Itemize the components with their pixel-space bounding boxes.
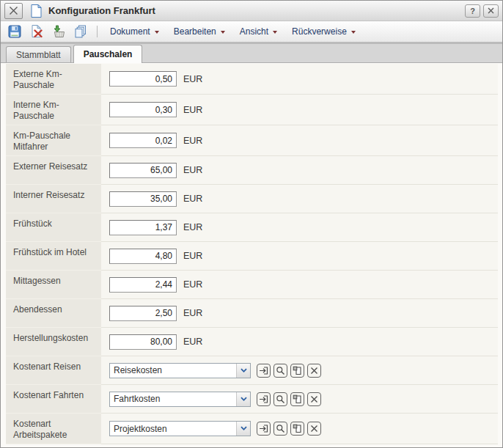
basket-archive-icon: [51, 24, 66, 39]
clear-icon: [309, 365, 320, 376]
field-label: Interne Km-Pauschale: [6, 95, 101, 125]
titlebar: Konfiguration Frankfurt ?: [1, 1, 502, 21]
amount-input[interactable]: [109, 191, 177, 207]
goto-button[interactable]: [257, 364, 271, 378]
close-icon: [487, 7, 495, 15]
goto-button[interactable]: [257, 422, 271, 436]
field-label: Km-Pauschale Mitfahrer: [6, 125, 101, 156]
menu-bearbeiten[interactable]: Bearbeiten: [166, 23, 232, 40]
search-button[interactable]: [273, 392, 287, 406]
menu-dokument[interactable]: Dokument: [103, 23, 166, 40]
amount-input[interactable]: [109, 306, 177, 321]
currency-label: EUR: [183, 222, 202, 232]
search-icon: [275, 423, 286, 434]
field-area: EUR: [101, 125, 498, 156]
form-row: Abendessen EUR: [6, 299, 498, 328]
form-row: Interner Reisesatz EUR: [6, 185, 498, 213]
close-window-button[interactable]: [4, 3, 23, 19]
amount-input[interactable]: [109, 277, 177, 293]
menu-label: Rückverweise: [292, 26, 347, 37]
lookup-select[interactable]: Fahrtkosten: [109, 392, 251, 407]
amount-input[interactable]: [109, 334, 177, 350]
goto-icon: [258, 394, 269, 405]
paste-button[interactable]: [290, 422, 304, 436]
form-row: Frühstück EUR: [6, 213, 498, 242]
tab-pauschalen[interactable]: Pauschalen: [73, 45, 143, 63]
field-area: EUR: [101, 64, 498, 95]
dropdown-button[interactable]: [236, 392, 250, 406]
tab-label: Pauschalen: [84, 49, 133, 59]
field-label: Externer Reisesatz: [6, 156, 101, 185]
chevron-down-icon: [241, 426, 247, 431]
dropdown-button[interactable]: [236, 364, 250, 378]
lookup-select[interactable]: Projektkosten: [109, 421, 251, 436]
amount-input[interactable]: [109, 163, 177, 178]
form-row: Frühstück im Hotel EUR: [6, 242, 498, 271]
basket-archive-button[interactable]: [50, 23, 67, 40]
delete-document-button[interactable]: [28, 23, 45, 40]
menubar: Dokument Bearbeiten Ansicht Rückverweise: [103, 23, 363, 40]
form-row: Externe Km-Pauschale EUR: [6, 64, 498, 95]
menu-label: Bearbeiten: [174, 26, 216, 37]
search-icon: [275, 394, 286, 405]
chevron-down-icon: [155, 31, 159, 34]
chevron-down-icon: [273, 31, 277, 34]
lookup-value: Fahrtkosten: [110, 394, 236, 404]
currency-label: EUR: [183, 251, 202, 261]
menu-rückverweise[interactable]: Rückverweise: [284, 23, 363, 40]
form-row: Km-Pauschale Mitfahrer EUR: [6, 125, 498, 156]
form-row: Externer Reisesatz EUR: [6, 156, 498, 185]
currency-label: EUR: [183, 279, 202, 290]
menu-label: Ansicht: [240, 26, 268, 37]
close-button[interactable]: [483, 4, 499, 18]
copy-icon: [73, 24, 88, 39]
dropdown-button[interactable]: [236, 422, 250, 436]
field-area: EUR: [101, 156, 498, 185]
field-area: EUR: [101, 242, 498, 271]
form-row: Interne Km-Pauschale EUR: [6, 95, 498, 125]
clear-button[interactable]: [307, 422, 321, 436]
search-button[interactable]: [273, 422, 287, 436]
form-row: Kostenart Arbeitspakete Projektkosten: [6, 414, 498, 444]
search-button[interactable]: [273, 364, 287, 378]
clear-icon: [309, 423, 320, 434]
copy-button[interactable]: [72, 23, 89, 40]
field-label: Kostenart Arbeitspakete: [6, 414, 101, 444]
toolbar-separator: [97, 26, 98, 37]
lookup-value: Reisekosten: [110, 365, 236, 375]
field-area: EUR: [101, 328, 498, 356]
paste-icon: [292, 394, 303, 405]
amount-input[interactable]: [109, 102, 177, 117]
goto-button[interactable]: [257, 392, 271, 406]
field-area: Projektkosten: [101, 414, 498, 444]
currency-label: EUR: [183, 308, 202, 318]
amount-input[interactable]: [109, 133, 177, 148]
paste-button[interactable]: [290, 364, 304, 378]
close-icon: [8, 5, 19, 16]
toolbar: Dokument Bearbeiten Ansicht Rückverweise: [1, 21, 502, 43]
field-area: Reisekosten: [101, 356, 498, 385]
field-area: EUR: [101, 271, 498, 299]
field-label: Interner Reisesatz: [6, 185, 101, 213]
lookup-select[interactable]: Reisekosten: [109, 363, 251, 378]
menu-ansicht[interactable]: Ansicht: [232, 23, 284, 40]
field-label: Frühstück im Hotel: [6, 242, 101, 271]
save-button[interactable]: [6, 23, 23, 40]
paste-button[interactable]: [290, 392, 304, 406]
form-row: Herstellungskosten EUR: [6, 328, 498, 356]
help-button[interactable]: ?: [465, 4, 480, 18]
amount-input[interactable]: [109, 220, 177, 235]
amount-input[interactable]: [109, 71, 177, 87]
amount-input[interactable]: [109, 249, 177, 264]
clear-button[interactable]: [307, 364, 321, 378]
form-row: Kostenart Reisen Reisekosten: [6, 356, 498, 385]
field-area: EUR: [101, 299, 498, 328]
paste-icon: [292, 423, 303, 434]
field-label: Kostenart Fahrten: [6, 385, 101, 414]
form-row: Kostenart Fahrten Fahrtkosten: [6, 385, 498, 414]
clear-button[interactable]: [307, 392, 321, 406]
field-label: Abendessen: [6, 299, 101, 328]
field-label: Mittagessen: [6, 271, 101, 299]
field-area: EUR: [101, 213, 498, 242]
tab-stammblatt[interactable]: Stammblatt: [6, 46, 71, 62]
